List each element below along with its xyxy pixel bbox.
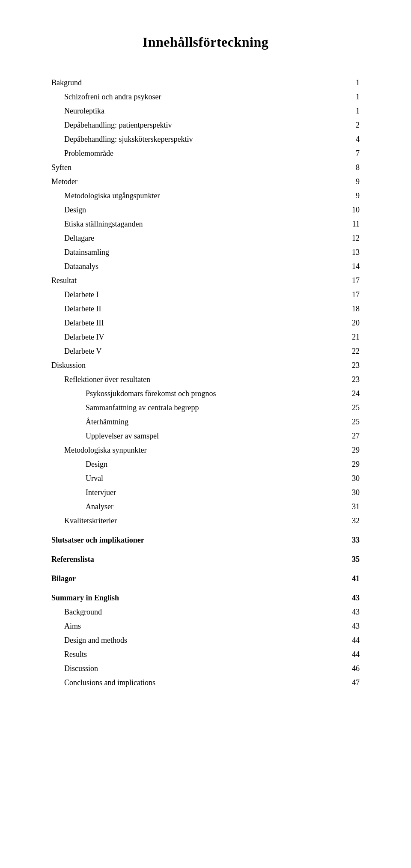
toc-row: Syften8 <box>51 161 360 175</box>
toc-entry-label: Problemområde <box>51 146 334 161</box>
toc-row: Discussion46 <box>51 662 360 676</box>
toc-row: Etiska ställningstaganden11 <box>51 217 360 231</box>
toc-entry-label: Design and methods <box>51 633 334 647</box>
toc-entry-label: Bakgrund <box>51 76 334 90</box>
toc-row: Delarbete V22 <box>51 344 360 358</box>
toc-row: Återhämtning25 <box>51 415 360 429</box>
toc-entry-page: 44 <box>334 633 360 647</box>
toc-row: Delarbete II18 <box>51 302 360 316</box>
toc-entry-page: 17 <box>334 288 360 302</box>
toc-entry-label: Syften <box>51 161 334 175</box>
toc-entry-label: Delarbete I <box>51 288 334 302</box>
toc-entry-label: Etiska ställningstaganden <box>51 217 334 231</box>
toc-entry-label: Sammanfattning av centrala begrepp <box>51 401 334 415</box>
toc-entry-page: 4 <box>334 132 360 146</box>
toc-entry-page: 35 <box>334 552 360 567</box>
toc-row: Dataanalys14 <box>51 260 360 274</box>
toc-entry-page: 12 <box>334 231 360 245</box>
toc-row: Delarbete III20 <box>51 316 360 330</box>
toc-entry-label: Metodologiska utgångspunkter <box>51 189 334 203</box>
toc-entry-label: Summary in English <box>51 591 334 605</box>
toc-entry-label: Depåbehandling: sjuksköterskeperspektiv <box>51 132 334 146</box>
toc-spacer <box>51 567 360 572</box>
toc-entry-page: 44 <box>334 647 360 662</box>
toc-row: Schizofreni och andra psykoser1 <box>51 90 360 104</box>
toc-row: Metoder9 <box>51 175 360 189</box>
toc-entry-page: 46 <box>334 662 360 676</box>
toc-entry-label: Analyser <box>51 500 334 514</box>
toc-entry-page: 23 <box>334 358 360 373</box>
toc-entry-label: Intervjuer <box>51 486 334 500</box>
toc-entry-page: 30 <box>334 486 360 500</box>
toc-entry-label: Delarbete V <box>51 344 334 358</box>
toc-entry-page: 11 <box>334 217 360 231</box>
toc-entry-page: 31 <box>334 500 360 514</box>
toc-entry-page: 43 <box>334 619 360 633</box>
toc-row: Deltagare12 <box>51 231 360 245</box>
toc-entry-label: Background <box>51 605 334 619</box>
page-title: Innehållsförteckning <box>51 34 360 50</box>
toc-entry-label: Datainsamling <box>51 245 334 260</box>
toc-entry-label: Discussion <box>51 662 334 676</box>
toc-row: Bilagor41 <box>51 572 360 586</box>
toc-entry-page: 23 <box>334 373 360 387</box>
toc-entry-label: Reflektioner över resultaten <box>51 373 334 387</box>
toc-entry-page: 7 <box>334 146 360 161</box>
toc-row: Background43 <box>51 605 360 619</box>
toc-entry-label: Återhämtning <box>51 415 334 429</box>
toc-entry-page: 43 <box>334 591 360 605</box>
toc-row: Metodologiska synpunkter29 <box>51 443 360 457</box>
toc-entry-page: 17 <box>334 274 360 288</box>
toc-entry-label: Upplevelser av samspel <box>51 429 334 443</box>
toc-entry-page: 41 <box>334 572 360 586</box>
toc-entry-page: 47 <box>334 676 360 690</box>
toc-entry-label: Dataanalys <box>51 260 334 274</box>
toc-entry-label: Bilagor <box>51 572 334 586</box>
toc-entry-page: 18 <box>334 302 360 316</box>
toc-row: Metodologiska utgångspunkter9 <box>51 189 360 203</box>
toc-row: Neuroleptika1 <box>51 104 360 118</box>
toc-row: Summary in English43 <box>51 591 360 605</box>
toc-row: Depåbehandling: sjuksköterskeperspektiv4 <box>51 132 360 146</box>
toc-row: Depåbehandling: patientperspektiv2 <box>51 118 360 132</box>
toc-row: Delarbete I17 <box>51 288 360 302</box>
toc-entry-label: Design <box>51 457 334 471</box>
toc-row: Bakgrund1 <box>51 76 360 90</box>
toc-entry-label: Psykossjukdomars förekomst och prognos <box>51 387 334 401</box>
toc-entry-page: 22 <box>334 344 360 358</box>
toc-row: Psykossjukdomars förekomst och prognos24 <box>51 387 360 401</box>
toc-entry-label: Delarbete IV <box>51 330 334 344</box>
toc-entry-label: Referenslista <box>51 552 334 567</box>
toc-row: Upplevelser av samspel27 <box>51 429 360 443</box>
toc-entry-page: 9 <box>334 189 360 203</box>
toc-entry-label: Kvalitetskriterier <box>51 514 334 528</box>
toc-entry-label: Delarbete III <box>51 316 334 330</box>
toc-row: Design and methods44 <box>51 633 360 647</box>
toc-spacer <box>51 528 360 533</box>
toc-entry-label: Neuroleptika <box>51 104 334 118</box>
toc-row: Intervjuer30 <box>51 486 360 500</box>
toc-entry-label: Schizofreni och andra psykoser <box>51 90 334 104</box>
toc-entry-label: Metoder <box>51 175 334 189</box>
toc-entry-page: 13 <box>334 245 360 260</box>
toc-entry-label: Aims <box>51 619 334 633</box>
toc-entry-page: 32 <box>334 514 360 528</box>
toc-row: Conclusions and implications47 <box>51 676 360 690</box>
toc-row: Analyser31 <box>51 500 360 514</box>
toc-entry-page: 8 <box>334 161 360 175</box>
toc-row: Resultat17 <box>51 274 360 288</box>
toc-entry-page: 24 <box>334 387 360 401</box>
toc-entry-page: 10 <box>334 203 360 217</box>
toc-entry-page: 33 <box>334 533 360 547</box>
toc-entry-page: 25 <box>334 401 360 415</box>
toc-entry-page: 1 <box>334 90 360 104</box>
toc-entry-page: 27 <box>334 429 360 443</box>
toc-entry-page: 43 <box>334 605 360 619</box>
toc-row: Slutsatser och implikationer33 <box>51 533 360 547</box>
toc-entry-label: Metodologiska synpunkter <box>51 443 334 457</box>
toc-row: Referenslista35 <box>51 552 360 567</box>
toc-entry-label: Resultat <box>51 274 334 288</box>
toc-entry-page: 29 <box>334 457 360 471</box>
toc-entry-label: Conclusions and implications <box>51 676 334 690</box>
toc-entry-page: 14 <box>334 260 360 274</box>
